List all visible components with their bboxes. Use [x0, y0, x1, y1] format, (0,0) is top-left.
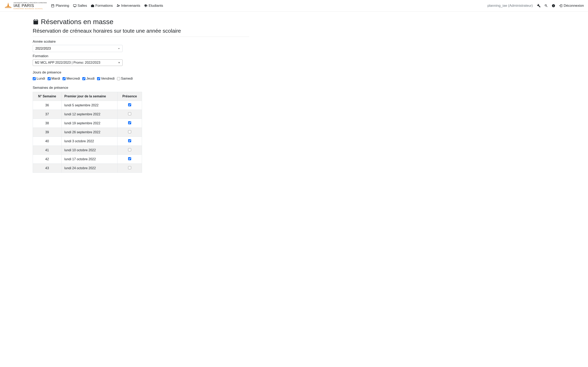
day-label: Samedi: [121, 76, 133, 81]
logo-text-sub: SORBONNE BUSINESS SCHOOL: [14, 8, 47, 9]
table-row: 40lundi 3 octobre 2022: [33, 137, 142, 146]
day-check-samedi[interactable]: Samedi: [117, 76, 133, 81]
nav-etudiants[interactable]: Etudiants: [144, 4, 163, 8]
days-row: LundiMardiMercrediJeudiVendrediSamedi: [33, 76, 249, 81]
info-button[interactable]: [552, 4, 555, 8]
nav-etudiants-label: Etudiants: [149, 4, 163, 8]
tools-button[interactable]: [537, 4, 541, 8]
logo-icon: [4, 2, 12, 10]
search-button[interactable]: [544, 4, 548, 8]
day-checkbox[interactable]: [33, 77, 36, 80]
table-row: 37lundi 12 septembre 2022: [33, 110, 142, 119]
logout-label: Déconnexion: [564, 4, 584, 8]
week-num: 39: [33, 128, 61, 137]
table-row: 36lundi 5 septembre 2022: [33, 101, 142, 110]
logout-icon: [559, 4, 563, 8]
day-checkbox[interactable]: [117, 77, 120, 80]
day-label: Mercredi: [66, 76, 80, 81]
week-presence-cell: [118, 128, 142, 137]
briefcase-icon: [91, 4, 94, 8]
navbar: UNIVERSITÉ PARIS 1 PANTHÉON SORBONNE IAE…: [0, 0, 588, 12]
main-content: Réservations en masse Réservation de cré…: [29, 18, 253, 173]
week-first-day: lundi 10 octobre 2022: [61, 146, 118, 155]
page-subtitle: Réservation de créneaux horaires sur tou…: [33, 28, 249, 34]
week-presence-cell: [118, 164, 142, 173]
presence-checkbox[interactable]: [128, 157, 131, 160]
table-row: 42lundi 17 octobre 2022: [33, 155, 142, 164]
week-first-day: lundi 19 septembre 2022: [61, 119, 118, 128]
day-label: Mardi: [51, 76, 60, 81]
nav-planning[interactable]: Planning: [51, 4, 69, 8]
nav-right: Déconnexion: [537, 4, 584, 8]
day-checkbox[interactable]: [48, 77, 51, 80]
user-label: planning_iae (Administrateur): [487, 4, 533, 8]
calendar-icon: [51, 4, 55, 8]
week-presence-cell: [118, 110, 142, 119]
week-presence-cell: [118, 146, 142, 155]
table-row: 39lundi 26 septembre 2022: [33, 128, 142, 137]
presence-checkbox[interactable]: [128, 166, 131, 169]
table-header-row: N° Semaine Premier jour de la semaine Pr…: [33, 92, 142, 101]
nav-formations-label: Formations: [95, 4, 113, 8]
presence-checkbox[interactable]: [128, 103, 131, 106]
week-presence-cell: [118, 155, 142, 164]
table-row: 43lundi 24 octobre 2022: [33, 164, 142, 173]
search-plus-icon: [544, 4, 548, 8]
week-first-day: lundi 26 septembre 2022: [61, 128, 118, 137]
week-num: 37: [33, 110, 61, 119]
day-check-lundi[interactable]: Lundi: [33, 76, 45, 81]
brand-logo[interactable]: UNIVERSITÉ PARIS 1 PANTHÉON SORBONNE IAE…: [4, 2, 47, 10]
annee-label: Année scolaire: [33, 40, 249, 44]
weeks-table: N° Semaine Premier jour de la semaine Pr…: [33, 92, 142, 173]
day-checkbox[interactable]: [82, 77, 85, 80]
presence-checkbox[interactable]: [128, 139, 131, 142]
week-presence-cell: [118, 119, 142, 128]
day-check-mardi[interactable]: Mardi: [48, 76, 60, 81]
day-check-jeudi[interactable]: Jeudi: [82, 76, 94, 81]
nav-intervenants[interactable]: Intervenants: [116, 4, 140, 8]
day-checkbox[interactable]: [97, 77, 100, 80]
presence-checkbox[interactable]: [128, 148, 131, 151]
table-row: 41lundi 10 octobre 2022: [33, 146, 142, 155]
presence-checkbox[interactable]: [128, 130, 131, 133]
week-num: 36: [33, 101, 61, 110]
nav-formations[interactable]: Formations: [91, 4, 113, 8]
page-title-text: Réservations en masse: [41, 18, 113, 26]
day-check-mercredi[interactable]: Mercredi: [62, 76, 80, 81]
week-first-day: lundi 12 septembre 2022: [61, 110, 118, 119]
page-title: Réservations en masse: [33, 18, 249, 26]
formation-label: Formation: [33, 54, 249, 58]
nav-items: Planning Salles Formations Intervenants …: [51, 4, 163, 8]
svg-rect-0: [5, 7, 11, 8]
presence-checkbox[interactable]: [128, 121, 131, 124]
logo-text: UNIVERSITÉ PARIS 1 PANTHÉON SORBONNE IAE…: [14, 2, 47, 9]
week-first-day: lundi 24 octobre 2022: [61, 164, 118, 173]
week-first-day: lundi 17 octobre 2022: [61, 155, 118, 164]
info-icon: [552, 4, 555, 8]
caret-down-icon: ▼: [118, 61, 120, 64]
formation-select[interactable]: M2 MCL APP 2022/2023 | Promo: 2022/2023 …: [33, 59, 123, 66]
room-icon: [73, 4, 77, 8]
week-presence-cell: [118, 137, 142, 146]
day-label: Lundi: [37, 76, 45, 81]
day-check-vendredi[interactable]: Vendredi: [97, 76, 115, 81]
nav-intervenants-label: Intervenants: [121, 4, 140, 8]
th-presence: Présence: [118, 92, 142, 101]
annee-select[interactable]: 2022/2023: [33, 45, 123, 52]
week-presence-cell: [118, 101, 142, 110]
table-row: 38lundi 19 septembre 2022: [33, 119, 142, 128]
day-label: Jeudi: [86, 76, 94, 81]
semaines-label: Semaines de présence: [33, 86, 249, 90]
day-checkbox[interactable]: [62, 77, 66, 80]
week-num: 41: [33, 146, 61, 155]
week-first-day: lundi 5 septembre 2022: [61, 101, 118, 110]
logout-button[interactable]: Déconnexion: [559, 4, 584, 8]
th-num: N° Semaine: [33, 92, 61, 101]
presence-checkbox[interactable]: [128, 112, 131, 115]
week-num: 40: [33, 137, 61, 146]
nav-planning-label: Planning: [56, 4, 69, 8]
nav-salles[interactable]: Salles: [73, 4, 87, 8]
jours-label: Jours de présence: [33, 70, 249, 75]
week-num: 38: [33, 119, 61, 128]
nav-salles-label: Salles: [78, 4, 87, 8]
